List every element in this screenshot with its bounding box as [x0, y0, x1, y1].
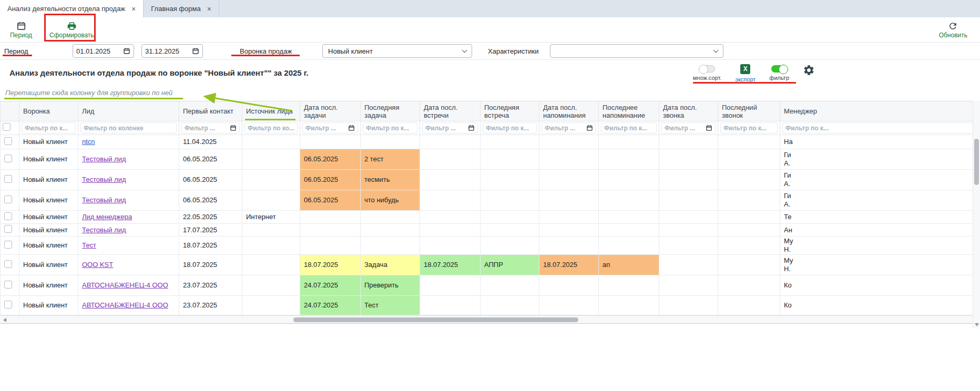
row-checkbox[interactable]	[4, 155, 12, 162]
date-to-input[interactable]: 31.12.2025	[141, 44, 203, 58]
multi-sort-toggle[interactable]	[699, 65, 715, 73]
column-header-last_task_date[interactable]: Дата посл. задачи	[300, 101, 361, 121]
column-filter-last_reminder_date[interactable]: Фильтр ...	[542, 122, 596, 133]
row-checkbox[interactable]	[4, 260, 12, 268]
lead-link[interactable]: АВТОСНАБЖЕНЕЦ-4 ООО	[82, 281, 168, 289]
lead-link[interactable]: Тестовый лид	[82, 155, 126, 163]
filter-placeholder: Фильтр по ко...	[248, 125, 294, 132]
cell-last_reminder_date	[539, 135, 599, 149]
column-header-manager[interactable]: Менеджер	[780, 101, 973, 121]
column-filter-first_contact[interactable]: Фильтр ...	[181, 122, 240, 133]
lead-link[interactable]: Тестовый лид	[82, 196, 126, 204]
table-row: Новый клиентТестовый лид06.05.202506.05.…	[1, 190, 973, 211]
tab-main-form[interactable]: Главная форма ×	[144, 0, 219, 17]
table-row: Новый клиентТестовый лид06.05.202506.05.…	[1, 149, 973, 170]
column-filter-last_task_date[interactable]: Фильтр ...	[302, 122, 358, 133]
cell-last_call	[718, 236, 780, 255]
cell-last_reminder_date	[539, 224, 599, 236]
vertical-scroll-thumb[interactable]	[974, 139, 979, 185]
cell-last_meeting_date	[420, 170, 481, 190]
calendar-icon[interactable]	[123, 47, 130, 55]
close-icon[interactable]: ×	[131, 5, 136, 13]
group-by-hint: Перетащите сюда колонку для группировки …	[0, 85, 980, 101]
cell-last_task_date	[300, 135, 361, 149]
cell-last_meeting: АППР	[481, 255, 539, 275]
column-header-last_meeting[interactable]: Последняя встреча	[481, 101, 539, 121]
excel-export-icon[interactable]: X	[740, 64, 750, 74]
lead-link[interactable]: Тестовый лид	[82, 176, 126, 183]
cell-last_call_date	[659, 224, 718, 236]
cell-last_task_date: 06.05.2025	[300, 190, 361, 211]
horizontal-scrollbar[interactable]	[0, 315, 973, 324]
row-checkbox[interactable]	[4, 241, 12, 249]
column-header-first_contact[interactable]: Первый контакт	[179, 101, 242, 121]
scroll-down-arrow-icon[interactable]	[975, 323, 979, 326]
vertical-scrollbar[interactable]	[973, 101, 980, 328]
data-table: ВоронкаЛидПервый контактИсточник лидаДат…	[0, 101, 973, 315]
gear-icon[interactable]	[803, 64, 815, 78]
cell-manager: Ан	[780, 224, 973, 236]
column-header-lead[interactable]: Лид	[78, 101, 179, 121]
select-all-checkbox[interactable]	[3, 123, 11, 131]
close-icon[interactable]: ×	[207, 5, 211, 13]
refresh-button[interactable]: Обновить	[936, 20, 971, 40]
filter-toggle[interactable]	[771, 65, 787, 73]
date-from-input[interactable]: 01.01.2025	[73, 44, 134, 58]
horizontal-scroll-thumb[interactable]	[293, 317, 578, 322]
lead-link[interactable]: ntcn	[82, 138, 95, 146]
row-checkbox[interactable]	[4, 175, 12, 183]
column-header-last_reminder[interactable]: Последнее напоминание	[599, 101, 659, 121]
cell-first_contact: 23.07.2025	[179, 296, 242, 315]
calendar-icon[interactable]	[192, 47, 199, 55]
cell-last_reminder_date	[539, 211, 599, 224]
period-button[interactable]: Период	[6, 20, 36, 40]
cell-last_reminder_date	[539, 275, 599, 296]
row-checkbox[interactable]	[4, 301, 12, 308]
column-header-last_call[interactable]: Последний звонок	[718, 101, 780, 121]
column-header-last_meeting_date[interactable]: Дата посл. встречи	[420, 101, 481, 121]
column-header-funnel[interactable]: Воронка	[19, 101, 78, 121]
column-filter-last_task[interactable]: Фильтр по к...	[363, 122, 417, 133]
row-checkbox[interactable]	[4, 281, 12, 289]
column-filter-last_call[interactable]: Фильтр по к...	[720, 122, 778, 133]
funnel-select[interactable]: Новый клиент	[322, 44, 472, 58]
lead-link[interactable]: ООО KST	[82, 261, 113, 269]
column-header-last_reminder_date[interactable]: Дата посл. напоминания	[539, 101, 599, 121]
cell-last_task: Преверить	[361, 275, 420, 296]
column-filter-funnel[interactable]: Фильтр по к...	[22, 122, 76, 133]
cell-last_meeting_date	[420, 236, 481, 255]
column-header-lead_source[interactable]: Источник лида	[242, 101, 300, 121]
column-filter-lead[interactable]: Фильтр по колонке	[80, 122, 177, 133]
cell-last_task: 2 тест	[361, 149, 420, 170]
row-checkbox[interactable]	[4, 212, 12, 220]
tab-label: Главная форма	[151, 5, 200, 13]
cell-last_reminder	[599, 135, 659, 149]
tab-analysis[interactable]: Анализ деятельности отдела продаж ×	[0, 0, 144, 17]
lead-link[interactable]: АВТОСНАБЖЕНЕЦ-4 ООО	[82, 301, 168, 309]
cell-last_reminder	[599, 236, 659, 255]
column-filter-last_meeting_date[interactable]: Фильтр ...	[422, 122, 478, 133]
column-filter-last_call_date[interactable]: Фильтр ...	[661, 122, 716, 133]
row-checkbox[interactable]	[4, 225, 12, 233]
column-filter-manager[interactable]: Фильтр по к...	[782, 122, 973, 133]
lead-link[interactable]: Лид менеджера	[82, 213, 132, 221]
lead-link[interactable]: Тест	[82, 241, 96, 249]
column-filter-last_reminder[interactable]: Фильтр по к...	[601, 122, 657, 133]
cell-funnel: Новый клиент	[19, 275, 78, 296]
cell-last_reminder_date	[539, 190, 599, 211]
cell-last_meeting_date	[420, 275, 481, 296]
cell-lead: АВТОСНАБЖЕНЕЦ-4 ООО	[78, 296, 179, 315]
column-filter-last_meeting[interactable]: Фильтр по к...	[483, 122, 537, 133]
column-header-last_call_date[interactable]: Дата посл. звонка	[659, 101, 718, 121]
column-header-last_task[interactable]: Последняя задача	[361, 101, 420, 121]
characteristics-select[interactable]	[550, 44, 723, 58]
generate-button[interactable]: Сформировать	[46, 20, 97, 40]
column-filter-lead_source[interactable]: Фильтр по ко...	[244, 122, 298, 133]
cell-manager: Ко	[780, 275, 973, 296]
cell-last_reminder_date	[539, 236, 599, 255]
row-checkbox[interactable]	[4, 137, 12, 145]
cell-lead: АВТОСНАБЖЕНЕЦ-4 ООО	[78, 275, 179, 296]
row-checkbox[interactable]	[4, 196, 12, 203]
lead-link[interactable]: Тестовый лид	[82, 226, 126, 234]
scroll-left-arrow-icon[interactable]	[3, 318, 6, 322]
